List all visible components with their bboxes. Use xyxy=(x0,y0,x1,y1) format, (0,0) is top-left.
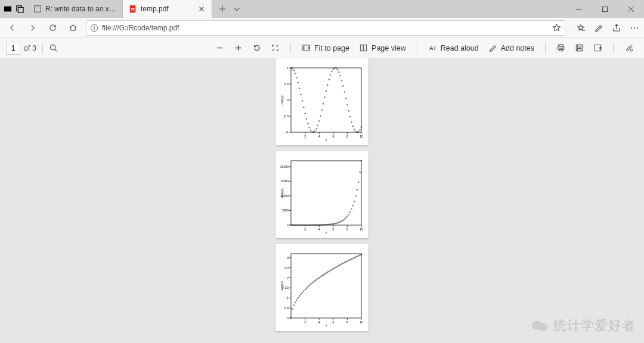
svg-point-227 xyxy=(326,273,327,274)
saveas-button[interactable] xyxy=(589,38,607,58)
task-icon-2 xyxy=(16,5,24,13)
svg-rect-19 xyxy=(559,45,564,47)
svg-point-232 xyxy=(333,268,334,269)
svg-point-149 xyxy=(326,224,327,225)
svg-text:cos(x): cos(x) xyxy=(280,95,284,104)
print-button[interactable] xyxy=(552,38,570,58)
svg-point-57 xyxy=(301,94,302,95)
search-icon[interactable] xyxy=(49,43,58,52)
svg-text:exp(x): exp(x) xyxy=(280,188,284,197)
svg-point-93 xyxy=(351,121,352,123)
svg-point-221 xyxy=(317,278,318,279)
tab-actions xyxy=(212,0,247,18)
svg-text:1: 1 xyxy=(287,66,289,70)
svg-point-78 xyxy=(330,74,331,76)
pdf-settings-button[interactable] xyxy=(620,38,638,58)
svg-point-14 xyxy=(50,45,55,49)
svg-point-170 xyxy=(355,196,357,197)
svg-point-239 xyxy=(342,263,343,264)
svg-point-163 xyxy=(345,217,346,219)
read-aloud-button[interactable]: A Read aloud xyxy=(423,38,484,58)
home-button[interactable] xyxy=(66,21,80,35)
plot-cos: 246810-1-0.500.51xcos(x) xyxy=(280,64,364,142)
svg-point-65 xyxy=(312,132,313,133)
svg-text:5000: 5000 xyxy=(282,208,289,212)
svg-text:x: x xyxy=(326,230,327,234)
share-icon[interactable] xyxy=(612,23,621,33)
print-icon xyxy=(556,43,565,52)
svg-point-148 xyxy=(324,224,326,226)
svg-text:20000: 20000 xyxy=(280,165,289,169)
svg-text:10: 10 xyxy=(360,227,363,231)
svg-point-219 xyxy=(314,280,315,282)
rotate-button[interactable] xyxy=(247,38,266,58)
tab-label: temp.pdf xyxy=(141,5,194,13)
svg-point-63 xyxy=(309,127,310,128)
task-icon-1 xyxy=(4,5,12,13)
back-button[interactable] xyxy=(5,21,19,35)
svg-text:0: 0 xyxy=(287,223,289,227)
svg-point-207 xyxy=(298,297,299,298)
notes-icon[interactable] xyxy=(594,23,603,33)
svg-point-220 xyxy=(316,279,317,280)
svg-point-165 xyxy=(348,214,349,215)
minimize-button[interactable] xyxy=(565,0,592,18)
svg-text:10: 10 xyxy=(360,320,363,324)
svg-rect-3 xyxy=(35,6,41,13)
svg-point-77 xyxy=(329,79,330,80)
pdf-viewport[interactable]: 246810-1-0.500.51xcos(x) 246810050001000… xyxy=(0,58,644,343)
favorites-list-icon[interactable] xyxy=(576,23,586,33)
add-notes-button[interactable]: Add notes xyxy=(484,38,539,58)
saveas-icon xyxy=(593,43,602,52)
tab-active[interactable]: temp.pdf xyxy=(123,0,212,18)
forward-button[interactable] xyxy=(25,21,39,35)
expand-button[interactable] xyxy=(266,38,284,58)
url-field[interactable]: file:///G:/Rcode/temp.pdf xyxy=(86,20,565,36)
page-view-button[interactable]: Page view xyxy=(354,38,411,58)
svg-text:2: 2 xyxy=(304,320,306,324)
svg-point-244 xyxy=(349,259,351,260)
fit-to-page-button[interactable]: Fit to page xyxy=(297,38,354,58)
close-button[interactable] xyxy=(618,0,644,18)
page-number-input[interactable] xyxy=(6,42,20,55)
svg-point-206 xyxy=(296,300,298,301)
zoom-out-button[interactable] xyxy=(210,38,229,58)
svg-point-152 xyxy=(330,224,331,225)
save-button[interactable] xyxy=(570,38,589,58)
separator xyxy=(613,43,614,54)
svg-point-246 xyxy=(352,258,354,259)
tab-background[interactable]: R: write data to an xlsx file xyxy=(27,0,123,18)
favorite-icon[interactable] xyxy=(552,23,561,32)
svg-point-68 xyxy=(316,129,317,130)
svg-text:0: 0 xyxy=(287,98,289,102)
svg-point-91 xyxy=(348,110,349,111)
svg-rect-5 xyxy=(131,8,135,9)
svg-point-99 xyxy=(360,129,361,130)
close-icon[interactable] xyxy=(197,5,206,13)
svg-point-242 xyxy=(347,261,348,262)
refresh-button[interactable] xyxy=(45,21,60,35)
maximize-button[interactable] xyxy=(592,0,618,18)
readaloud-label: Read aloud xyxy=(441,44,479,52)
svg-point-89 xyxy=(345,98,346,99)
svg-point-225 xyxy=(323,275,324,276)
svg-text:0.5: 0.5 xyxy=(284,82,289,86)
svg-point-235 xyxy=(337,266,338,267)
svg-text:2: 2 xyxy=(304,227,306,231)
svg-point-162 xyxy=(344,219,345,220)
chevron-down-icon[interactable] xyxy=(233,5,241,13)
new-tab-icon[interactable] xyxy=(218,5,227,13)
svg-point-75 xyxy=(326,91,327,92)
svg-point-172 xyxy=(358,182,359,183)
svg-rect-7 xyxy=(602,7,607,11)
svg-point-157 xyxy=(337,222,338,223)
zoom-in-button[interactable] xyxy=(229,38,247,58)
svg-point-245 xyxy=(351,258,352,260)
svg-point-69 xyxy=(317,125,318,126)
more-icon[interactable] xyxy=(630,23,639,33)
svg-point-147 xyxy=(323,224,324,226)
svg-text:4: 4 xyxy=(318,227,320,231)
svg-point-51 xyxy=(292,68,293,69)
pageview-icon xyxy=(359,43,368,52)
tab-strip: R: write data to an xlsx file temp.pdf xyxy=(0,0,644,18)
